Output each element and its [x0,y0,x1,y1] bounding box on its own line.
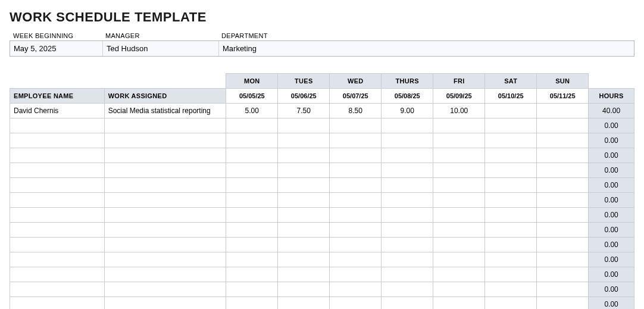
day-cell[interactable] [278,193,330,208]
day-cell[interactable] [433,252,485,267]
day-cell[interactable] [537,208,589,223]
day-cell[interactable] [485,148,537,163]
day-cell[interactable] [485,238,537,252]
day-cell[interactable] [433,148,485,163]
day-cell[interactable] [382,133,433,148]
work-cell[interactable] [104,163,226,178]
day-cell[interactable] [330,252,382,267]
day-cell[interactable] [226,193,278,208]
day-cell[interactable] [537,163,589,178]
day-cell[interactable] [485,193,537,208]
employee-cell[interactable] [10,178,105,193]
day-cell[interactable] [537,238,589,252]
employee-cell[interactable] [10,163,105,178]
employee-cell[interactable] [10,208,105,223]
day-cell[interactable] [382,178,433,193]
work-cell[interactable] [104,208,226,223]
day-cell[interactable] [226,208,278,223]
day-cell[interactable] [330,208,382,223]
day-cell[interactable] [330,148,382,163]
day-cell[interactable] [382,163,433,178]
day-cell[interactable] [330,118,382,133]
employee-cell[interactable] [10,267,105,282]
day-cell[interactable] [278,282,330,297]
day-cell[interactable] [537,282,589,297]
day-cell[interactable] [433,208,485,223]
day-cell[interactable] [330,178,382,193]
day-cell[interactable]: 8.50 [330,104,382,118]
value-department[interactable]: Marketing [218,41,634,56]
day-cell[interactable] [278,223,330,238]
day-cell[interactable] [330,297,382,310]
day-cell[interactable] [278,133,330,148]
day-cell[interactable] [226,267,278,282]
day-cell[interactable] [382,193,433,208]
day-cell[interactable] [226,223,278,238]
day-cell[interactable] [382,267,433,282]
day-cell[interactable] [537,178,589,193]
day-cell[interactable] [278,238,330,252]
work-cell[interactable] [104,178,226,193]
day-cell[interactable] [382,238,433,252]
day-cell[interactable] [330,282,382,297]
employee-cell[interactable] [10,118,105,133]
employee-cell[interactable] [10,193,105,208]
day-cell[interactable] [433,163,485,178]
work-cell[interactable] [104,118,226,133]
day-cell[interactable] [382,297,433,310]
day-cell[interactable] [537,223,589,238]
day-cell[interactable] [433,133,485,148]
employee-cell[interactable]: David Chernis [10,104,105,118]
day-cell[interactable] [278,118,330,133]
day-cell[interactable] [433,238,485,252]
day-cell[interactable] [330,163,382,178]
employee-cell[interactable] [10,252,105,267]
day-cell[interactable] [537,118,589,133]
day-cell[interactable]: 7.50 [278,104,330,118]
day-cell[interactable] [485,178,537,193]
employee-cell[interactable] [10,282,105,297]
day-cell[interactable] [485,282,537,297]
day-cell[interactable] [226,297,278,310]
day-cell[interactable] [537,104,589,118]
day-cell[interactable] [278,148,330,163]
day-cell[interactable] [485,133,537,148]
employee-cell[interactable] [10,297,105,310]
day-cell[interactable]: 10.00 [433,104,485,118]
day-cell[interactable] [485,208,537,223]
day-cell[interactable] [226,282,278,297]
day-cell[interactable] [537,148,589,163]
day-cell[interactable] [537,193,589,208]
day-cell[interactable] [433,178,485,193]
day-cell[interactable] [330,223,382,238]
day-cell[interactable] [485,267,537,282]
day-cell[interactable] [226,238,278,252]
day-cell[interactable] [485,118,537,133]
day-cell[interactable] [226,252,278,267]
day-cell[interactable] [537,252,589,267]
day-cell[interactable] [433,282,485,297]
day-cell[interactable] [226,163,278,178]
day-cell[interactable] [382,282,433,297]
day-cell[interactable]: 9.00 [382,104,433,118]
day-cell[interactable] [226,148,278,163]
day-cell[interactable] [433,297,485,310]
day-cell[interactable] [433,118,485,133]
day-cell[interactable] [278,163,330,178]
work-cell[interactable] [104,282,226,297]
day-cell[interactable] [382,118,433,133]
day-cell[interactable] [330,193,382,208]
work-cell[interactable] [104,223,226,238]
day-cell[interactable] [433,193,485,208]
day-cell[interactable] [537,133,589,148]
day-cell[interactable] [537,267,589,282]
day-cell[interactable] [330,133,382,148]
day-cell[interactable] [226,118,278,133]
day-cell[interactable] [382,223,433,238]
day-cell[interactable] [382,208,433,223]
day-cell[interactable]: 5.00 [226,104,278,118]
employee-cell[interactable] [10,148,105,163]
day-cell[interactable] [226,178,278,193]
day-cell[interactable] [537,297,589,310]
day-cell[interactable] [433,267,485,282]
